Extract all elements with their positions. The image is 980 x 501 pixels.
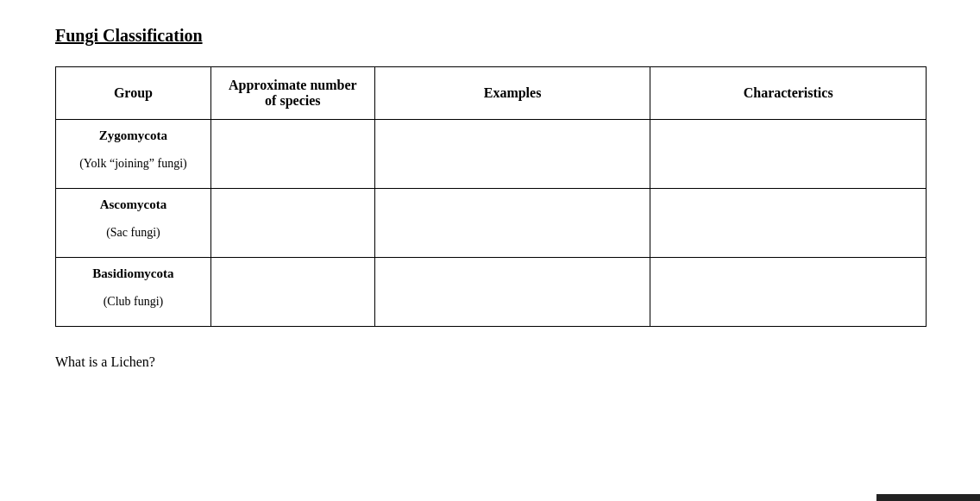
group-name: Ascomycota [68, 197, 198, 212]
examples-cell-0 [374, 120, 650, 189]
characteristics-cell-0 [650, 120, 927, 189]
characteristics-cell-1 [650, 189, 927, 258]
species-cell-2 [210, 258, 374, 327]
bottom-bar [876, 494, 980, 501]
species-cell-1 [210, 189, 374, 258]
group-subtitle: (Yolk “joining” fungi) [68, 157, 198, 171]
group-name: Basidiomycota [68, 266, 198, 281]
table-row: Zygomycota (Yolk “joining” fungi) [56, 120, 927, 189]
characteristics-cell-2 [650, 258, 927, 327]
group-cell-zygomycota: Zygomycota (Yolk “joining” fungi) [56, 120, 211, 189]
group-name: Zygomycota [68, 128, 198, 143]
header-characteristics: Characteristics [650, 67, 927, 120]
table-row: Basidiomycota (Club fungi) [56, 258, 927, 327]
species-cell-0 [210, 120, 374, 189]
group-cell-basidiomycota: Basidiomycota (Club fungi) [56, 258, 211, 327]
group-subtitle: (Club fungi) [68, 295, 198, 309]
header-examples: Examples [374, 67, 650, 120]
table-row: Ascomycota (Sac fungi) [56, 189, 927, 258]
group-subtitle: (Sac fungi) [68, 226, 198, 240]
header-group: Group [56, 67, 211, 120]
table-header-row: Group Approximate number of species Exam… [56, 67, 927, 120]
fungi-classification-table: Group Approximate number of species Exam… [55, 66, 927, 327]
lichen-question: What is a Lichen? [55, 354, 928, 370]
examples-cell-2 [374, 258, 650, 327]
page-title: Fungi Classification [55, 26, 928, 46]
group-cell-ascomycota: Ascomycota (Sac fungi) [56, 189, 211, 258]
header-species: Approximate number of species [210, 67, 374, 120]
examples-cell-1 [374, 189, 650, 258]
